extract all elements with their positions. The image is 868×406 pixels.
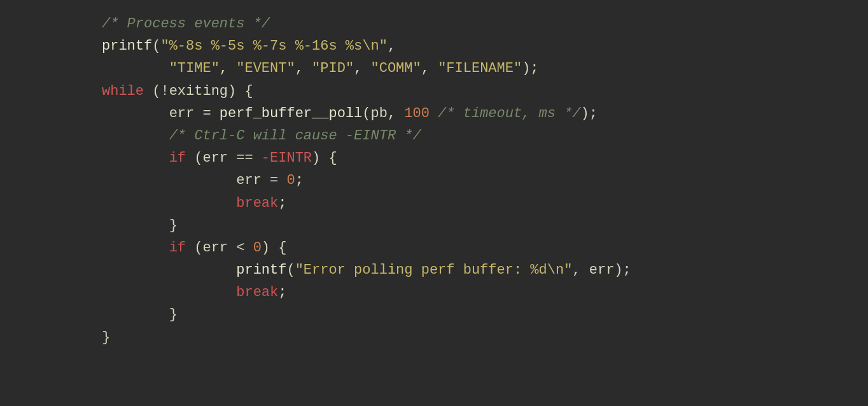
code-block: /* Process events */ printf("%-8s %-5s %…	[0, 13, 868, 349]
line-close-brace-2: }	[102, 304, 868, 326]
line-comment-ctrl-c: /* Ctrl-C will cause -EINTR */	[102, 125, 868, 147]
line-close-brace-3: }	[102, 326, 868, 349]
line-err-poll: err = perf_buffer__poll(pb, 100 /* timeo…	[102, 102, 868, 125]
line-comment-process-events: /* Process events */	[102, 13, 868, 35]
code-container: /* Process events */ printf("%-8s %-5s %…	[0, 0, 868, 406]
line-close-brace-1: }	[102, 214, 868, 237]
line-break-2: break;	[102, 281, 868, 304]
line-printf-error: printf("Error polling perf buffer: %d\n"…	[102, 259, 868, 281]
line-if-eintr: if (err == -EINTR) {	[102, 147, 868, 169]
line-err-zero: err = 0;	[102, 169, 868, 192]
line-if-err-lt: if (err < 0) {	[102, 237, 868, 259]
line-while: while (!exiting) {	[102, 80, 868, 102]
line-printf-2: "TIME", "EVENT", "PID", "COMM", "FILENAM…	[102, 57, 868, 80]
line-break-1: break;	[102, 192, 868, 214]
line-printf-1: printf("%-8s %-5s %-7s %-16s %s\n",	[102, 35, 868, 57]
